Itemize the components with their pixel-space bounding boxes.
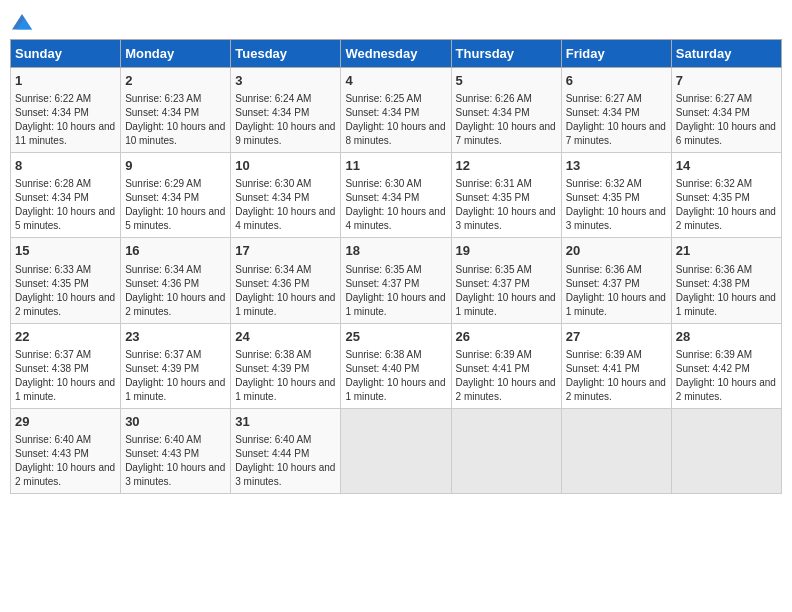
logo-icon <box>10 11 34 31</box>
calendar-cell: 26Sunrise: 6:39 AMSunset: 4:41 PMDayligh… <box>451 323 561 408</box>
day-number: 4 <box>345 72 446 90</box>
calendar-cell <box>451 408 561 493</box>
calendar-cell: 11Sunrise: 6:30 AMSunset: 4:34 PMDayligh… <box>341 153 451 238</box>
day-number: 15 <box>15 242 116 260</box>
daylight-text: Daylight: 10 hours and 1 minute. <box>345 377 445 402</box>
sunrise-text: Sunrise: 6:40 AM <box>235 434 311 445</box>
sunrise-text: Sunrise: 6:36 AM <box>566 264 642 275</box>
day-number: 6 <box>566 72 667 90</box>
day-number: 14 <box>676 157 777 175</box>
sunrise-text: Sunrise: 6:34 AM <box>235 264 311 275</box>
calendar-cell: 29Sunrise: 6:40 AMSunset: 4:43 PMDayligh… <box>11 408 121 493</box>
daylight-text: Daylight: 10 hours and 5 minutes. <box>15 206 115 231</box>
sunset-text: Sunset: 4:40 PM <box>345 363 419 374</box>
calendar-cell: 16Sunrise: 6:34 AMSunset: 4:36 PMDayligh… <box>121 238 231 323</box>
sunrise-text: Sunrise: 6:39 AM <box>566 349 642 360</box>
sunrise-text: Sunrise: 6:36 AM <box>676 264 752 275</box>
sunrise-text: Sunrise: 6:38 AM <box>235 349 311 360</box>
sunrise-text: Sunrise: 6:27 AM <box>566 93 642 104</box>
day-number: 8 <box>15 157 116 175</box>
sunset-text: Sunset: 4:41 PM <box>566 363 640 374</box>
day-number: 5 <box>456 72 557 90</box>
sunset-text: Sunset: 4:35 PM <box>15 278 89 289</box>
sunrise-text: Sunrise: 6:22 AM <box>15 93 91 104</box>
day-number: 20 <box>566 242 667 260</box>
logo <box>10 10 38 31</box>
day-number: 1 <box>15 72 116 90</box>
daylight-text: Daylight: 10 hours and 1 minute. <box>15 377 115 402</box>
sunrise-text: Sunrise: 6:39 AM <box>676 349 752 360</box>
day-number: 28 <box>676 328 777 346</box>
calendar-cell: 23Sunrise: 6:37 AMSunset: 4:39 PMDayligh… <box>121 323 231 408</box>
daylight-text: Daylight: 10 hours and 6 minutes. <box>676 121 776 146</box>
calendar-table: SundayMondayTuesdayWednesdayThursdayFrid… <box>10 39 782 494</box>
sunset-text: Sunset: 4:43 PM <box>125 448 199 459</box>
sunset-text: Sunset: 4:44 PM <box>235 448 309 459</box>
daylight-text: Daylight: 10 hours and 8 minutes. <box>345 121 445 146</box>
calendar-cell: 7Sunrise: 6:27 AMSunset: 4:34 PMDaylight… <box>671 68 781 153</box>
day-header-monday: Monday <box>121 40 231 68</box>
week-row-1: 1Sunrise: 6:22 AMSunset: 4:34 PMDaylight… <box>11 68 782 153</box>
week-row-2: 8Sunrise: 6:28 AMSunset: 4:34 PMDaylight… <box>11 153 782 238</box>
sunrise-text: Sunrise: 6:31 AM <box>456 178 532 189</box>
daylight-text: Daylight: 10 hours and 5 minutes. <box>125 206 225 231</box>
calendar-cell: 9Sunrise: 6:29 AMSunset: 4:34 PMDaylight… <box>121 153 231 238</box>
daylight-text: Daylight: 10 hours and 1 minute. <box>235 292 335 317</box>
sunrise-text: Sunrise: 6:40 AM <box>15 434 91 445</box>
sunrise-text: Sunrise: 6:29 AM <box>125 178 201 189</box>
daylight-text: Daylight: 10 hours and 4 minutes. <box>345 206 445 231</box>
calendar-cell: 6Sunrise: 6:27 AMSunset: 4:34 PMDaylight… <box>561 68 671 153</box>
daylight-text: Daylight: 10 hours and 3 minutes. <box>456 206 556 231</box>
sunset-text: Sunset: 4:35 PM <box>456 192 530 203</box>
sunset-text: Sunset: 4:36 PM <box>125 278 199 289</box>
sunset-text: Sunset: 4:41 PM <box>456 363 530 374</box>
day-number: 2 <box>125 72 226 90</box>
calendar-cell <box>341 408 451 493</box>
day-header-wednesday: Wednesday <box>341 40 451 68</box>
sunrise-text: Sunrise: 6:30 AM <box>235 178 311 189</box>
calendar-cell: 18Sunrise: 6:35 AMSunset: 4:37 PMDayligh… <box>341 238 451 323</box>
sunset-text: Sunset: 4:35 PM <box>676 192 750 203</box>
calendar-cell: 27Sunrise: 6:39 AMSunset: 4:41 PMDayligh… <box>561 323 671 408</box>
day-number: 21 <box>676 242 777 260</box>
sunset-text: Sunset: 4:43 PM <box>15 448 89 459</box>
daylight-text: Daylight: 10 hours and 3 minutes. <box>566 206 666 231</box>
day-header-saturday: Saturday <box>671 40 781 68</box>
calendar-cell: 28Sunrise: 6:39 AMSunset: 4:42 PMDayligh… <box>671 323 781 408</box>
calendar-cell: 2Sunrise: 6:23 AMSunset: 4:34 PMDaylight… <box>121 68 231 153</box>
sunrise-text: Sunrise: 6:25 AM <box>345 93 421 104</box>
sunrise-text: Sunrise: 6:32 AM <box>566 178 642 189</box>
daylight-text: Daylight: 10 hours and 7 minutes. <box>456 121 556 146</box>
daylight-text: Daylight: 10 hours and 2 minutes. <box>456 377 556 402</box>
sunset-text: Sunset: 4:34 PM <box>345 107 419 118</box>
daylight-text: Daylight: 10 hours and 2 minutes. <box>676 206 776 231</box>
daylight-text: Daylight: 10 hours and 1 minute. <box>235 377 335 402</box>
sunset-text: Sunset: 4:36 PM <box>235 278 309 289</box>
day-number: 18 <box>345 242 446 260</box>
daylight-text: Daylight: 10 hours and 10 minutes. <box>125 121 225 146</box>
sunset-text: Sunset: 4:34 PM <box>345 192 419 203</box>
daylight-text: Daylight: 10 hours and 11 minutes. <box>15 121 115 146</box>
sunrise-text: Sunrise: 6:37 AM <box>125 349 201 360</box>
day-header-sunday: Sunday <box>11 40 121 68</box>
day-number: 17 <box>235 242 336 260</box>
sunrise-text: Sunrise: 6:24 AM <box>235 93 311 104</box>
daylight-text: Daylight: 10 hours and 1 minute. <box>125 377 225 402</box>
sunset-text: Sunset: 4:39 PM <box>235 363 309 374</box>
sunrise-text: Sunrise: 6:30 AM <box>345 178 421 189</box>
sunrise-text: Sunrise: 6:33 AM <box>15 264 91 275</box>
sunrise-text: Sunrise: 6:27 AM <box>676 93 752 104</box>
daylight-text: Daylight: 10 hours and 3 minutes. <box>235 462 335 487</box>
calendar-cell: 30Sunrise: 6:40 AMSunset: 4:43 PMDayligh… <box>121 408 231 493</box>
sunset-text: Sunset: 4:34 PM <box>566 107 640 118</box>
sunset-text: Sunset: 4:34 PM <box>125 192 199 203</box>
daylight-text: Daylight: 10 hours and 4 minutes. <box>235 206 335 231</box>
day-header-friday: Friday <box>561 40 671 68</box>
sunset-text: Sunset: 4:35 PM <box>566 192 640 203</box>
calendar-cell: 22Sunrise: 6:37 AMSunset: 4:38 PMDayligh… <box>11 323 121 408</box>
calendar-cell: 14Sunrise: 6:32 AMSunset: 4:35 PMDayligh… <box>671 153 781 238</box>
calendar-cell <box>671 408 781 493</box>
day-number: 24 <box>235 328 336 346</box>
daylight-text: Daylight: 10 hours and 2 minutes. <box>125 292 225 317</box>
day-header-thursday: Thursday <box>451 40 561 68</box>
